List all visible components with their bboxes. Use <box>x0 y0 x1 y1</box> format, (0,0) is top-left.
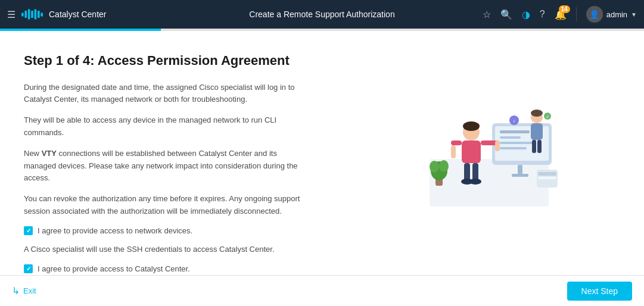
svg-rect-19 <box>451 140 462 145</box>
svg-point-34 <box>430 161 439 173</box>
svg-point-17 <box>463 121 480 131</box>
svg-rect-20 <box>451 145 456 158</box>
illustration-area: i ✓ <box>334 31 645 275</box>
search-icon[interactable]: 🔍 <box>500 9 512 20</box>
svg-rect-18 <box>462 140 481 163</box>
svg-text:i: i <box>514 118 515 124</box>
app-title: Catalyst Center <box>49 10 106 19</box>
checkbox-1-label: I agree to provide access to network dev… <box>38 226 192 235</box>
menu-icon[interactable]: ☰ <box>7 9 15 20</box>
illustration-svg: i ✓ <box>400 88 578 218</box>
svg-rect-4 <box>35 10 37 20</box>
svg-rect-12 <box>500 142 536 144</box>
svg-rect-24 <box>472 163 478 181</box>
svg-rect-6 <box>41 13 43 17</box>
exit-button[interactable]: ↳ Exit <box>12 285 36 296</box>
checkbox-row-1[interactable]: I agree to provide access to network dev… <box>24 226 310 235</box>
notification-badge: 14 <box>559 5 570 13</box>
checkbox-row-2[interactable]: I agree to provide access to Catalyst Ce… <box>24 264 310 273</box>
cisco-logo <box>21 8 43 21</box>
svg-rect-30 <box>532 140 536 153</box>
svg-rect-10 <box>500 130 530 133</box>
paragraph-4: You can revoke the authorization any tim… <box>24 193 310 218</box>
user-menu[interactable]: 👤 admin ▼ <box>586 6 637 23</box>
checkbox-2-label: I agree to provide access to Catalyst Ce… <box>38 264 190 273</box>
svg-rect-15 <box>512 174 528 177</box>
svg-rect-0 <box>21 13 24 17</box>
footer: ↳ Exit Next Step <box>0 275 644 306</box>
para3-suffix: connections will be established between … <box>24 149 298 183</box>
user-avatar: 👤 <box>586 6 603 23</box>
svg-rect-11 <box>500 136 521 139</box>
next-step-button[interactable]: Next Step <box>567 282 632 301</box>
star-icon[interactable]: ☆ <box>483 9 491 20</box>
notification-icon[interactable]: 🔔 14 <box>555 9 567 20</box>
paragraph-2: They will be able to access any device i… <box>24 114 310 139</box>
help-icon[interactable]: ? <box>540 9 545 20</box>
step-heading: Step 1 of 4: Access Permission Agreement <box>24 52 310 70</box>
paragraph-5: A Cisco specialist will use the SSH cred… <box>24 243 310 256</box>
activity-icon[interactable]: ◑ <box>522 9 530 20</box>
svg-rect-37 <box>538 172 556 176</box>
para3-prefix: New <box>24 149 42 158</box>
checkbox-2[interactable] <box>24 264 33 273</box>
svg-rect-31 <box>537 140 542 153</box>
svg-rect-22 <box>495 140 500 151</box>
svg-text:✓: ✓ <box>545 114 549 120</box>
svg-rect-13 <box>500 147 527 149</box>
header: ☰ Catalyst Center Create a Remote Suppor… <box>0 0 644 29</box>
svg-rect-23 <box>464 163 470 181</box>
header-right: ☆ 🔍 ◑ ? 🔔 14 👤 admin ▼ <box>483 6 637 23</box>
svg-point-35 <box>439 160 449 172</box>
exit-icon: ↳ <box>12 285 20 296</box>
svg-rect-5 <box>38 11 40 18</box>
checkbox-1[interactable] <box>24 226 33 235</box>
paragraph-3: New VTY connections will be established … <box>24 148 310 185</box>
svg-rect-2 <box>28 10 30 20</box>
chevron-down-icon: ▼ <box>631 11 637 18</box>
main-content: Step 1 of 4: Access Permission Agreement… <box>0 31 644 275</box>
header-left: ☰ Catalyst Center <box>7 8 106 21</box>
svg-point-26 <box>469 179 481 185</box>
header-divider <box>576 7 577 21</box>
svg-rect-3 <box>31 11 33 18</box>
content-area: Step 1 of 4: Access Permission Agreement… <box>0 31 334 275</box>
svg-rect-29 <box>531 123 543 140</box>
page-title: Create a Remote Support Authorization <box>249 10 394 19</box>
paragraph-1: During the designated date and time, the… <box>24 82 310 107</box>
para3-bold: VTY <box>42 149 57 158</box>
user-name: admin <box>606 10 627 19</box>
svg-point-28 <box>531 110 543 117</box>
svg-rect-14 <box>518 165 522 174</box>
svg-rect-38 <box>538 177 556 179</box>
svg-rect-1 <box>24 11 27 18</box>
exit-label: Exit <box>23 286 36 295</box>
